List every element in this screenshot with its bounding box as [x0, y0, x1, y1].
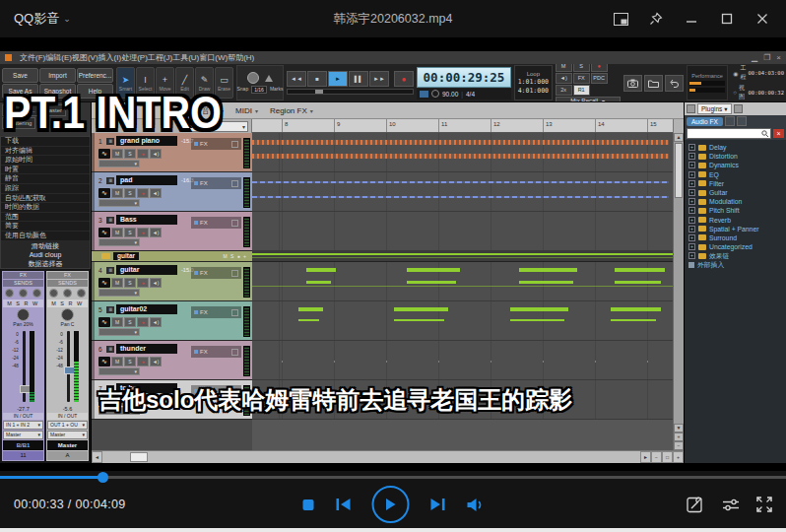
track-name[interactable]: guitar02	[116, 304, 177, 314]
clips-empty-area[interactable]	[252, 420, 673, 450]
track-echo-button[interactable]: ◄)	[150, 317, 162, 327]
plugin-folder-row[interactable]: + Delay	[685, 143, 786, 152]
knob-icon[interactable]	[5, 289, 14, 298]
zoom-out-icon[interactable]: −	[674, 441, 684, 450]
plugin-folder-label[interactable]: Spatial + Panner	[709, 226, 758, 233]
mix-toggle-button[interactable]: ●	[591, 64, 608, 72]
plugin-folder-label[interactable]: Pitch Shift	[709, 207, 740, 214]
daw-menu-item[interactable]: 工程(J)	[148, 53, 172, 62]
plugin-folder-row[interactable]: + EQ	[685, 170, 786, 179]
daw-menu-item[interactable]: 编辑(E)	[45, 53, 72, 62]
track-mute-button[interactable]: M	[111, 357, 123, 366]
hscroll-track[interactable]	[102, 451, 640, 463]
previous-icon[interactable]	[336, 498, 352, 511]
track-mute-button[interactable]: M	[111, 188, 123, 198]
track-widget-icon[interactable]: ≣	[106, 306, 114, 313]
file-button[interactable]: Save	[2, 68, 38, 83]
daw-minimize-icon[interactable]: ▁	[752, 53, 757, 62]
context-menu-footer-item[interactable]: Audi cloup	[1, 250, 90, 259]
ruler-tick[interactable]: 12	[491, 119, 543, 132]
record-button[interactable]: ●	[394, 71, 414, 87]
play-icon[interactable]	[372, 486, 410, 523]
context-menu-item[interactable]: 原始时间	[1, 156, 90, 166]
metronome-icon[interactable]	[420, 91, 428, 98]
track-fx-bin[interactable]: FX	[191, 346, 241, 358]
expand-icon[interactable]: +	[688, 243, 695, 250]
markers-icon[interactable]	[265, 75, 273, 82]
hzoom-fit-icon[interactable]: □	[662, 451, 673, 463]
context-menu-item[interactable]: 时置	[1, 166, 90, 175]
scroll-right-icon[interactable]: ►	[640, 451, 651, 463]
hzoom-in-icon[interactable]: +	[673, 451, 684, 463]
scroll-down-icon[interactable]: ▼	[674, 424, 684, 432]
input-dropdown[interactable]: IN 1 + IN 2▾	[3, 421, 43, 430]
track-echo-button[interactable]: ◄)	[150, 278, 162, 288]
strip-name[interactable]: B/B1	[3, 440, 43, 450]
plugin-folder-row[interactable]: + Modulation	[685, 197, 786, 206]
track-arm-button[interactable]: ●	[137, 278, 149, 288]
expand-icon[interactable]: +	[688, 207, 695, 214]
daw-menu-item[interactable]: 视图(V)	[72, 53, 98, 62]
vscroll-thumb[interactable]	[675, 143, 683, 198]
context-menu-item[interactable]: 对齐编辑	[1, 147, 90, 157]
video-surface[interactable]: 文件(F)编辑(E)视图(V)插入(I)处理(P)工程(J)工具(U)窗口(W)…	[0, 37, 786, 471]
strip-buttons[interactable]: M S R W	[47, 299, 88, 307]
track-name[interactable]: thunder	[116, 344, 177, 354]
expand-icon[interactable]: +	[688, 189, 695, 196]
pan-control[interactable]: Pan 20%	[3, 308, 43, 327]
track-widget-icon[interactable]: ≣	[106, 346, 114, 353]
pip-icon[interactable]	[607, 6, 634, 32]
track-arm-button[interactable]: ●	[137, 317, 149, 327]
track-solo-button[interactable]: S	[124, 317, 136, 327]
track-mute-button[interactable]: M	[111, 149, 123, 159]
strip-name[interactable]: Master	[47, 440, 88, 450]
project-time-row[interactable]: ○ 视图 00:00:00:32	[733, 84, 784, 101]
track-row[interactable]: 5 ≣ guitar02 ∿ M S	[92, 301, 252, 341]
folder-icon[interactable]	[644, 75, 663, 92]
track-solo-button[interactable]: S	[124, 188, 136, 198]
context-menu-footer-item[interactable]: 滑动链接	[1, 241, 90, 250]
strip-buttons[interactable]: M S R W	[3, 299, 43, 307]
daw-menu-item[interactable]: 文件(F)	[20, 53, 45, 62]
track-echo-button[interactable]: ◄)	[150, 228, 162, 237]
folder-track-buttons[interactable]: M S ● +	[223, 253, 247, 259]
output-dropdown[interactable]: Master▾	[47, 431, 88, 439]
mix-toggle-button[interactable]: 2x	[556, 85, 572, 96]
ruler-tick[interactable]: 8	[282, 119, 334, 132]
fader-rail[interactable]	[67, 331, 70, 402]
screenshot-icon[interactable]	[623, 75, 642, 92]
knob-icon[interactable]	[19, 289, 28, 298]
plugin-folder-row[interactable]: + Reverb	[685, 216, 786, 225]
track-solo-button[interactable]: S	[124, 278, 136, 288]
track-name[interactable]: pad	[116, 175, 177, 185]
tempo-value[interactable]: 90.00	[442, 91, 458, 98]
mix-toggle-button[interactable]: M	[556, 64, 572, 72]
plugin-folder-label[interactable]: EQ	[709, 171, 719, 178]
daw-close-icon[interactable]: ×	[776, 53, 781, 62]
clear-search-icon[interactable]: ×	[773, 129, 784, 138]
fx-add-icon[interactable]	[231, 270, 238, 277]
expand-icon[interactable]: +	[688, 162, 695, 168]
track-echo-button[interactable]: ◄)	[150, 188, 162, 198]
track-input-dropdown[interactable]: ▾	[98, 289, 140, 297]
pan-knob-icon[interactable]	[17, 308, 30, 321]
daw-play-button[interactable]: ►	[328, 71, 348, 87]
browser-media-icon[interactable]	[687, 104, 695, 113]
context-menu-item[interactable]: 使用自动颜色	[1, 232, 90, 241]
fx-add-icon[interactable]	[231, 141, 238, 148]
knob-icon[interactable]	[49, 289, 58, 298]
zoom-in-icon[interactable]: +	[674, 432, 684, 441]
clip-lane[interactable]	[252, 262, 673, 301]
clip-lane[interactable]	[252, 341, 673, 380]
track-echo-button[interactable]: ◄)	[150, 149, 162, 159]
snap-grid-value[interactable]: 1/16	[251, 86, 267, 94]
file-button[interactable]: Import	[39, 68, 76, 83]
plugin-folder-label[interactable]: Guitar	[709, 189, 728, 196]
track-arm-button[interactable]: ●	[137, 188, 149, 198]
toolbox-icon[interactable]	[687, 497, 705, 513]
plugin-folder-row[interactable]: + Pitch Shift	[685, 206, 786, 215]
track-fx-bin[interactable]: FX	[191, 306, 241, 318]
plugin-folder-row[interactable]: + Distortion	[685, 152, 786, 161]
layout-icon[interactable]	[725, 116, 735, 126]
maximize-icon[interactable]	[713, 6, 741, 32]
